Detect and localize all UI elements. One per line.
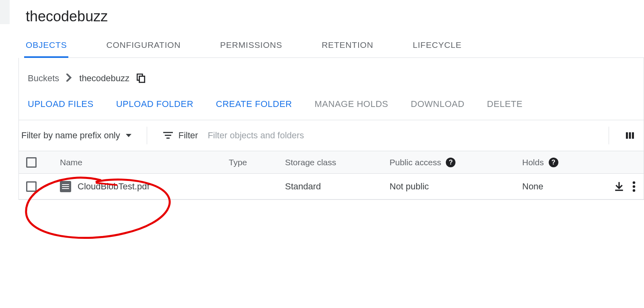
page-title: thecodebuzz — [26, 0, 644, 36]
filter-prefix-label: Filter by name prefix only — [21, 130, 120, 141]
download-button[interactable]: DOWNLOAD — [411, 99, 465, 109]
file-icon — [60, 181, 71, 192]
svg-point-11 — [633, 189, 636, 192]
tab-objects[interactable]: OBJECTS — [24, 36, 68, 58]
svg-rect-3 — [165, 135, 171, 136]
tab-permissions[interactable]: PERMISSIONS — [218, 36, 284, 57]
svg-point-10 — [633, 185, 636, 188]
upload-folder-button[interactable]: UPLOAD FOLDER — [116, 99, 193, 109]
svg-rect-6 — [629, 132, 631, 139]
select-all-checkbox[interactable] — [26, 157, 37, 168]
filter-input[interactable] — [208, 130, 609, 141]
column-name[interactable]: Name — [60, 158, 229, 167]
upload-files-button[interactable]: UPLOAD FILES — [28, 99, 94, 109]
filter-prefix-dropdown[interactable]: Filter by name prefix only — [21, 127, 147, 144]
table-row[interactable]: CloudBlobTest.pdf Standard Not public No… — [19, 174, 644, 199]
object-storage-class: Standard — [285, 181, 390, 192]
chevron-right-icon — [66, 74, 72, 84]
column-storage-class[interactable]: Storage class — [285, 158, 390, 167]
tab-configuration[interactable]: CONFIGURATION — [105, 36, 182, 57]
column-settings-icon[interactable] — [609, 127, 635, 144]
copy-icon[interactable] — [137, 74, 146, 83]
caret-down-icon — [126, 134, 131, 137]
filter-row: Filter by name prefix only Filter — [19, 120, 644, 151]
svg-rect-7 — [632, 132, 634, 139]
content-panel: Buckets thecodebuzz UPLOAD FILES UPLOAD … — [18, 58, 644, 200]
column-type[interactable]: Type — [229, 158, 285, 167]
help-icon[interactable]: ? — [549, 158, 558, 167]
tabs-bar: OBJECTS CONFIGURATION PERMISSIONS RETENT… — [24, 36, 644, 58]
object-name-cell[interactable]: CloudBlobTest.pdf — [60, 181, 229, 192]
object-public-access: Not public — [390, 181, 522, 192]
help-icon[interactable]: ? — [446, 158, 455, 167]
object-name: CloudBlobTest.pdf — [78, 181, 150, 192]
tab-lifecycle[interactable]: LIFECYCLE — [411, 36, 464, 57]
action-bar: UPLOAD FILES UPLOAD FOLDER CREATE FOLDER… — [19, 87, 644, 120]
breadcrumb: Buckets thecodebuzz — [19, 58, 644, 87]
svg-rect-2 — [163, 132, 173, 133]
row-actions — [603, 181, 644, 192]
object-holds: None — [522, 181, 603, 192]
svg-rect-1 — [139, 76, 145, 82]
tab-retention[interactable]: RETENTION — [320, 36, 375, 57]
svg-point-9 — [633, 181, 636, 184]
row-checkbox[interactable] — [26, 181, 37, 192]
filter-icon — [163, 131, 173, 140]
column-public-access[interactable]: Public access ? — [390, 158, 522, 167]
filter-label: Filter — [178, 130, 198, 141]
manage-holds-button[interactable]: MANAGE HOLDS — [315, 99, 388, 109]
download-icon[interactable] — [614, 181, 624, 192]
column-holds[interactable]: Holds ? — [522, 158, 603, 167]
svg-rect-4 — [166, 138, 170, 139]
create-folder-button[interactable]: CREATE FOLDER — [216, 99, 292, 109]
svg-rect-8 — [615, 189, 623, 191]
breadcrumb-current: thecodebuzz — [79, 73, 129, 84]
delete-button[interactable]: DELETE — [487, 99, 523, 109]
left-gutter — [0, 0, 10, 24]
page-container: thecodebuzz OBJECTS CONFIGURATION PERMIS… — [0, 0, 644, 200]
more-vert-icon[interactable] — [632, 181, 636, 192]
svg-rect-5 — [626, 132, 628, 139]
breadcrumb-root[interactable]: Buckets — [28, 73, 59, 84]
table-header: Name Type Storage class Public access ? … — [19, 151, 644, 174]
